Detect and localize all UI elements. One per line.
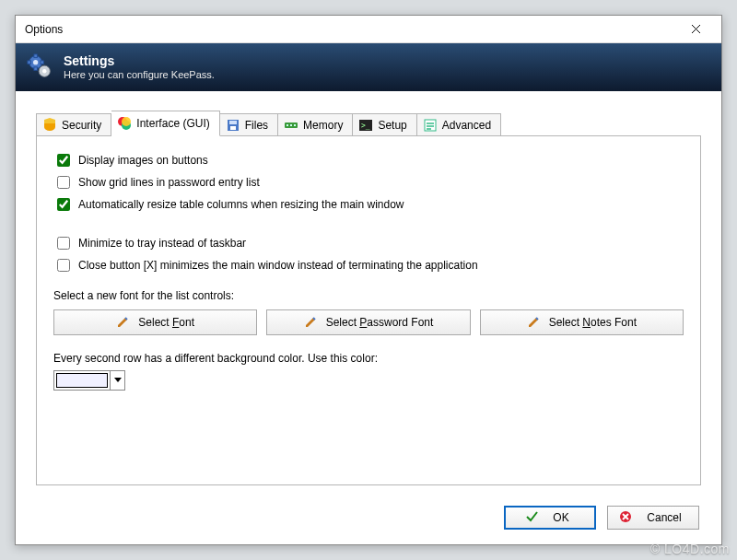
chevron-down-icon [114, 378, 122, 383]
checkbox-label: Close button [X] minimizes the main wind… [78, 259, 478, 272]
tab-interface[interactable]: Interface (GUI) [111, 111, 219, 136]
dialog-footer: OK Cancel [504, 506, 699, 530]
svg-point-10 [122, 117, 131, 126]
cancel-icon [619, 510, 632, 526]
options-window: Options Settings Here you can configure … [15, 15, 722, 545]
color-swatch [56, 373, 108, 388]
tab-label: Setup [378, 119, 406, 132]
gear-icon [27, 53, 53, 82]
tab-label: Memory [303, 119, 343, 132]
row-color-label: Every second row has a different backgro… [53, 352, 684, 365]
banner-title: Settings [64, 54, 215, 67]
svg-rect-5 [41, 60, 44, 64]
font-buttons-row: Select Font Select Password Font Select … [53, 309, 684, 335]
tab-strip: Security Interface (GUI) Files Memory >_… [16, 91, 721, 135]
check-icon [525, 510, 538, 526]
window-title: Options [25, 23, 63, 36]
checkbox-grid-lines[interactable]: Show grid lines in password entry list [53, 173, 684, 192]
advanced-icon [423, 118, 438, 133]
memory-icon [284, 118, 298, 133]
checkbox-auto-resize[interactable]: Automatically resize table columns when … [53, 195, 684, 214]
color-dropdown-button[interactable] [110, 371, 124, 390]
checkbox-input[interactable] [57, 237, 70, 250]
shield-icon [42, 118, 57, 133]
checkbox-label: Display images on buttons [78, 154, 208, 167]
ok-button[interactable]: OK [504, 506, 596, 530]
checkbox-label: Minimize to tray instead of taskbar [78, 237, 246, 250]
tab-label: Security [62, 119, 101, 132]
svg-rect-2 [34, 53, 38, 57]
pen-icon [116, 316, 129, 329]
button-label: Select Password Font [326, 316, 434, 329]
floppy-icon [226, 118, 240, 133]
interface-icon [117, 116, 132, 131]
button-label: Select Notes Font [549, 316, 637, 329]
svg-rect-17 [294, 124, 296, 126]
close-icon [691, 24, 701, 34]
checkbox-label: Show grid lines in password entry list [78, 176, 260, 189]
checkbox-display-images[interactable]: Display images on buttons [53, 151, 684, 169]
checkbox-minimize-tray[interactable]: Minimize to tray instead of taskbar [53, 234, 684, 252]
banner-subtitle: Here you can configure KeePass. [64, 69, 215, 80]
svg-point-1 [33, 60, 38, 64]
close-button[interactable] [677, 18, 714, 41]
svg-point-7 [42, 69, 46, 73]
tab-setup[interactable]: >_ Setup [353, 113, 416, 136]
tab-panel-interface: Display images on buttons Show grid line… [36, 135, 701, 485]
tab-files[interactable]: Files [220, 113, 278, 136]
checkbox-input[interactable] [57, 176, 70, 189]
svg-rect-12 [229, 121, 237, 124]
select-password-font-button[interactable]: Select Password Font [266, 309, 470, 335]
settings-banner: Settings Here you can configure KeePass. [16, 43, 721, 91]
watermark: © LO4D.com [650, 542, 730, 556]
button-label: OK [553, 511, 568, 524]
title-bar: Options [16, 16, 721, 43]
tab-memory[interactable]: Memory [278, 113, 353, 136]
terminal-icon: >_ [358, 118, 373, 133]
svg-rect-16 [290, 124, 292, 126]
checkbox-input[interactable] [57, 198, 70, 211]
svg-rect-13 [230, 126, 236, 130]
checkbox-label: Automatically resize table columns when … [78, 198, 404, 211]
pen-icon [304, 316, 317, 329]
checkbox-input[interactable] [57, 154, 70, 167]
svg-text:>_: >_ [361, 122, 370, 130]
pen-icon [527, 316, 540, 329]
svg-rect-3 [34, 66, 38, 70]
cancel-button[interactable]: Cancel [607, 506, 699, 530]
button-label: Select Font [138, 316, 194, 329]
row-color-picker[interactable] [53, 370, 125, 391]
tab-label: Advanced [442, 119, 491, 132]
button-label: Cancel [647, 511, 681, 524]
select-notes-font-button[interactable]: Select Notes Font [480, 309, 684, 335]
tab-security[interactable]: Security [36, 113, 111, 136]
svg-rect-15 [287, 124, 288, 126]
font-section-label: Select a new font for the list controls: [53, 289, 684, 302]
tab-advanced[interactable]: Advanced [417, 113, 501, 136]
checkbox-close-minimizes[interactable]: Close button [X] minimizes the main wind… [53, 256, 684, 274]
tab-label: Files [245, 119, 268, 132]
select-font-button[interactable]: Select Font [53, 309, 257, 335]
tab-label: Interface (GUI) [136, 117, 209, 130]
checkbox-input[interactable] [57, 259, 70, 272]
svg-rect-4 [28, 60, 31, 64]
